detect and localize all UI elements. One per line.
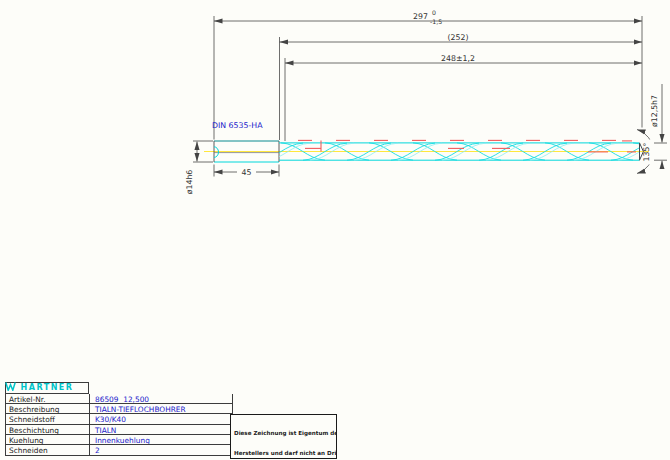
row-value: 86509 12,500 xyxy=(90,394,232,403)
dim-flute-length: 248±1,2 xyxy=(285,54,642,142)
table-row: Beschichtung TIALN xyxy=(5,425,233,435)
table-row: Artikel-Nr. 86509 12,500 xyxy=(5,394,233,404)
row-value: 2 xyxy=(90,445,232,454)
ownership-note: Diese Zeichnung ist Eigentum des Herstel… xyxy=(230,414,337,459)
row-label: Schneiden xyxy=(6,445,90,454)
row-value: Innenkuehlung xyxy=(90,435,232,444)
dim-overall-length: 297 0 -1,5 xyxy=(214,9,642,140)
table-row: Schneidstoff K30/K40 xyxy=(5,414,233,424)
row-label: Schneidstoff xyxy=(6,414,90,423)
dim-shank-length: 45 xyxy=(214,165,279,178)
dim-text-overall-length: 297 xyxy=(413,12,428,21)
din-standard-label: DIN 6535-HA xyxy=(212,121,263,130)
dim-text-shank-diameter: ø14h6 xyxy=(185,170,194,195)
row-label: Artikel-Nr. xyxy=(6,394,90,403)
title-block: HARTNER Artikel-Nr. 86509 12,500 Beschre… xyxy=(5,382,233,456)
cad-drawing-page: 297 0 -1,5 (252) 248±1,2 ø14h6 45 ø12,5h… xyxy=(0,0,670,460)
logo-cell: HARTNER xyxy=(5,382,89,394)
row-label: Beschreibung xyxy=(6,404,90,413)
dim-text-shank-length: 45 xyxy=(242,168,252,177)
dim-text-overall-tol-upper: 0 xyxy=(432,9,436,16)
row-value: K30/K40 xyxy=(90,414,232,423)
drill-geometry xyxy=(204,140,670,162)
dim-text-shank-end-length: (252) xyxy=(448,33,469,42)
table-row: Beschreibung TIALN-TIEFLOCHBOHRER xyxy=(5,404,233,414)
table-row: Schneiden 2 xyxy=(5,445,233,455)
dim-text-overall-tol-lower: -1,5 xyxy=(430,18,442,25)
logo-text: HARTNER xyxy=(21,384,74,392)
table-row: Kuehlung Innenkuehlung xyxy=(5,435,233,445)
dim-shank-diameter: ø14h6 xyxy=(185,141,214,194)
hartner-logo-icon xyxy=(5,382,16,391)
note-line: Diese Zeichnung ist Eigentum des xyxy=(234,430,334,437)
dim-shank-end-length: (252) xyxy=(280,33,643,141)
row-label: Kuehlung xyxy=(6,435,90,444)
row-value: TIALN-TIEFLOCHBOHRER xyxy=(90,404,232,413)
row-label: Beschichtung xyxy=(6,425,90,434)
row-value: TIALN xyxy=(90,425,232,434)
dim-text-flute-length: 248±1,2 xyxy=(441,54,475,63)
dim-text-cutting-diameter: ø12,5h7 xyxy=(650,95,659,127)
note-line: Herstellers und darf nicht an Dritte xyxy=(234,450,334,457)
